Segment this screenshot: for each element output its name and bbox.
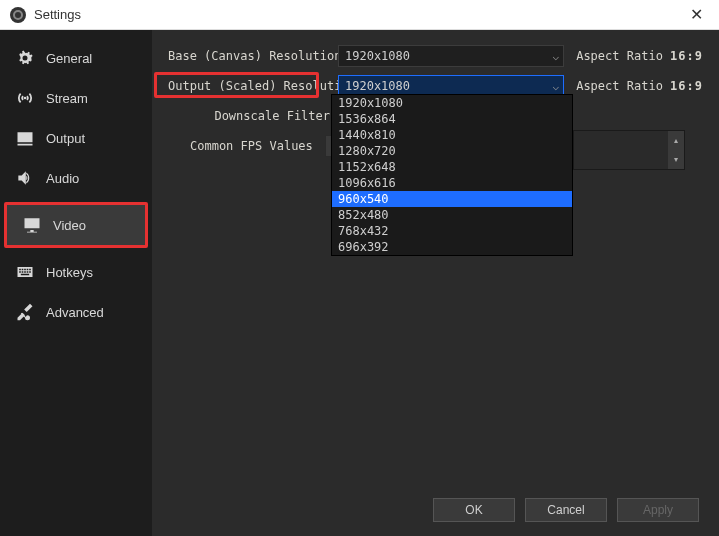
gear-icon — [14, 48, 36, 68]
dropdown-option[interactable]: 1096x616 — [332, 175, 572, 191]
dropdown-option[interactable]: 696x392 — [332, 239, 572, 255]
chevron-down-icon: ▾ — [668, 150, 684, 169]
sidebar-item-video[interactable]: Video — [7, 205, 145, 245]
output-icon — [14, 128, 36, 148]
sidebar-item-stream[interactable]: Stream — [0, 78, 152, 118]
dropdown-option[interactable]: 960x540 — [332, 191, 572, 207]
dropdown-option[interactable]: 1536x864 — [332, 111, 572, 127]
sidebar-item-hotkeys[interactable]: Hotkeys — [0, 252, 152, 292]
output-aspect-ratio: Aspect Ratio 16:9 — [576, 79, 703, 93]
stream-icon — [14, 88, 36, 108]
sidebar-item-label: Output — [46, 131, 85, 146]
fps-value-spinner[interactable]: ▴ ▾ — [573, 130, 685, 170]
dropdown-option[interactable]: 768x432 — [332, 223, 572, 239]
sidebar: General Stream Output Audio V — [0, 30, 152, 536]
downscale-filter-label: Downscale Filter — [168, 109, 338, 123]
chevron-up-icon: ▴ — [668, 131, 684, 150]
chevron-down-icon: ⌵ — [553, 50, 560, 63]
sidebar-item-label: Hotkeys — [46, 265, 93, 280]
output-resolution-value: 1920x1080 — [345, 79, 410, 93]
base-resolution-combo[interactable]: 1920x1080 ⌵ — [338, 45, 564, 67]
dropdown-option[interactable]: 852x480 — [332, 207, 572, 223]
app-icon — [10, 7, 26, 23]
dropdown-option[interactable]: 1440x810 — [332, 127, 572, 143]
sidebar-item-advanced[interactable]: Advanced — [0, 292, 152, 332]
fps-label: Common FPS Values — [168, 139, 321, 153]
keyboard-icon — [14, 262, 36, 282]
base-resolution-row: Base (Canvas) Resolution 1920x1080 ⌵ Asp… — [168, 42, 703, 70]
content-panel: Base (Canvas) Resolution 1920x1080 ⌵ Asp… — [152, 30, 719, 536]
output-resolution-dropdown[interactable]: 1920x10801536x8641440x8101280x7201152x64… — [331, 94, 573, 256]
ok-button[interactable]: OK — [433, 498, 515, 522]
output-resolution-label: Output (Scaled) Resolution — [168, 79, 338, 93]
base-resolution-label: Base (Canvas) Resolution — [168, 49, 338, 63]
button-bar: OK Cancel Apply — [433, 498, 699, 522]
titlebar: Settings ✕ — [0, 0, 719, 30]
window-title: Settings — [34, 7, 684, 22]
monitor-icon — [21, 215, 43, 235]
sidebar-item-audio[interactable]: Audio — [0, 158, 152, 198]
sidebar-item-label: Audio — [46, 171, 79, 186]
cancel-button[interactable]: Cancel — [525, 498, 607, 522]
close-icon[interactable]: ✕ — [684, 3, 709, 26]
base-aspect-ratio: Aspect Ratio 16:9 — [576, 49, 703, 63]
chevron-down-icon: ⌵ — [553, 80, 560, 93]
sidebar-item-output[interactable]: Output — [0, 118, 152, 158]
dropdown-option[interactable]: 1152x648 — [332, 159, 572, 175]
dropdown-option[interactable]: 1280x720 — [332, 143, 572, 159]
sidebar-item-label: Stream — [46, 91, 88, 106]
sidebar-item-label: General — [46, 51, 92, 66]
tools-icon — [14, 302, 36, 322]
apply-button: Apply — [617, 498, 699, 522]
dropdown-option[interactable]: 1920x1080 — [332, 95, 572, 111]
base-resolution-value: 1920x1080 — [345, 49, 410, 63]
sidebar-item-label: Video — [53, 218, 86, 233]
speaker-icon — [14, 168, 36, 188]
sidebar-item-general[interactable]: General — [0, 38, 152, 78]
sidebar-item-label: Advanced — [46, 305, 104, 320]
